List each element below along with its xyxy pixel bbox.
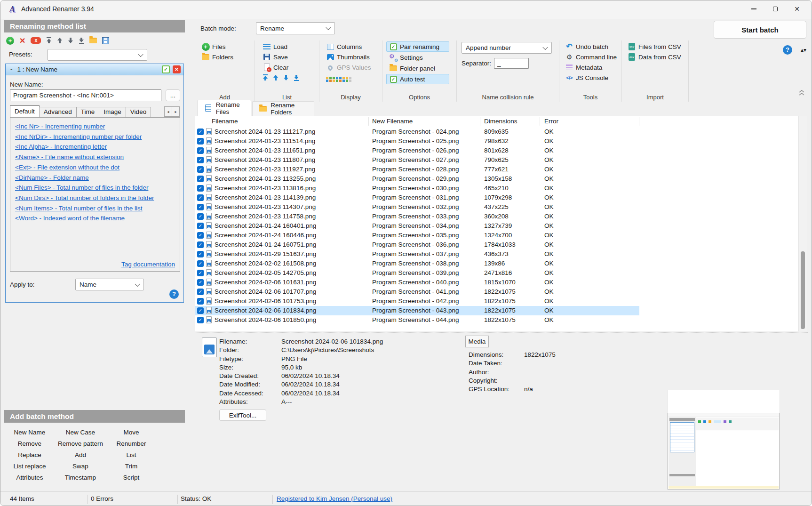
add-method-replace[interactable]: Replace — [4, 449, 55, 460]
tag-link[interactable]: <Num Files> - Total number of files in t… — [15, 183, 148, 193]
add-method-new-case[interactable]: New Case — [55, 426, 106, 438]
tag-link[interactable]: <Ext> - File extension without the dot — [15, 162, 119, 173]
registered-link[interactable]: Registered to Kim Jensen (Personal use) — [277, 495, 392, 502]
move-file-top-button[interactable] — [263, 74, 268, 82]
add-method-trim[interactable]: Trim — [106, 460, 157, 472]
add-folders-button[interactable]: Folders — [200, 52, 255, 62]
command-line-button[interactable]: ⚙Command line — [564, 52, 621, 62]
move-method-down-button[interactable] — [68, 37, 73, 44]
column-divider[interactable] — [480, 117, 480, 126]
row-checkbox[interactable]: ✓ — [197, 157, 204, 163]
row-checkbox[interactable]: ✓ — [197, 185, 204, 192]
row-checkbox[interactable]: ✓ — [197, 138, 204, 145]
table-row[interactable]: ✓Screenshot 2024-01-23 114307.pngProgram… — [195, 202, 639, 212]
tab-time[interactable]: Time — [76, 107, 100, 117]
table-row[interactable]: ✓Screenshot 2024-01-23 111927.pngProgram… — [195, 165, 639, 174]
add-files-button[interactable]: +Files — [200, 41, 255, 52]
add-method-timestamp[interactable]: Timestamp — [55, 472, 106, 483]
js-console-button[interactable]: </>JS Console — [564, 72, 621, 83]
row-checkbox[interactable]: ✓ — [197, 270, 204, 276]
row-checkbox[interactable]: ✓ — [197, 307, 204, 314]
help-button[interactable]: ? — [783, 45, 792, 55]
column-divider[interactable] — [639, 117, 639, 126]
table-row[interactable]: ✓Screenshot 2024-01-24 160446.pngProgram… — [195, 231, 639, 240]
tab-advanced[interactable]: Advanced — [39, 107, 77, 117]
batch-mode-select[interactable]: Rename — [256, 22, 335, 34]
media-tab[interactable]: Media — [465, 336, 489, 347]
files-from-csv-button[interactable]: csvFiles from CSV — [627, 41, 688, 52]
tag-link[interactable]: <Num Items> - Total number of files in t… — [15, 203, 143, 214]
presets-select[interactable] — [48, 49, 147, 61]
tag-link[interactable]: <DirName> - Folder name — [15, 173, 89, 183]
tag-link[interactable]: <Num Dirs> - Total number of folders in … — [15, 193, 154, 203]
table-row[interactable]: ✓Screenshot 2024-02-02 161508.pngProgram… — [195, 259, 639, 268]
add-method-add[interactable]: Add — [55, 449, 106, 460]
row-checkbox[interactable]: ✓ — [197, 241, 204, 248]
add-method-move[interactable]: Move — [106, 426, 157, 438]
clear-methods-button[interactable]: x — [31, 37, 41, 44]
tab-scroll-left-button[interactable]: ◂ — [164, 106, 172, 117]
load-list-button[interactable]: Load — [262, 41, 319, 52]
apply-to-select[interactable]: Name — [75, 279, 144, 290]
table-row[interactable]: ✓Screenshot 2024-01-23 111651.pngProgram… — [195, 146, 639, 155]
row-checkbox[interactable]: ✓ — [197, 194, 204, 201]
vertical-scrollbar[interactable] — [798, 116, 807, 331]
row-checkbox[interactable]: ✓ — [197, 213, 204, 220]
collision-rule-select[interactable]: Append number — [462, 42, 552, 54]
column-header-filename[interactable]: Filename — [212, 116, 238, 127]
row-checkbox[interactable]: ✓ — [197, 176, 204, 182]
tag-link[interactable]: <Word> - Indexed word of the filename — [15, 213, 125, 224]
move-method-up-button[interactable] — [57, 37, 63, 44]
move-method-bottom-button[interactable] — [79, 37, 84, 44]
save-list-button[interactable]: Save — [262, 52, 319, 62]
table-row[interactable]: ✓Screenshot 2024-01-24 160401.pngProgram… — [195, 221, 639, 231]
tab-rename-folders[interactable]: Rename Folders — [252, 101, 314, 116]
method-help-button[interactable]: ? — [169, 289, 179, 299]
view-mode-tiles-icon[interactable] — [333, 77, 335, 79]
column-divider[interactable] — [368, 117, 369, 126]
open-method-list-button[interactable] — [89, 38, 97, 43]
tag-link[interactable]: <Name> - File name without extension — [15, 152, 124, 162]
row-checkbox[interactable]: ✓ — [197, 298, 204, 305]
tab-scroll-right-button[interactable]: ▸ — [172, 106, 180, 117]
auto-test-toggle[interactable]: ✓Auto test — [386, 74, 449, 84]
add-method-swap[interactable]: Swap — [55, 460, 106, 472]
remove-method-button[interactable]: ✕ — [19, 36, 25, 45]
add-method-remove-pattern[interactable]: Remove pattern — [55, 438, 106, 449]
tab-image[interactable]: Image — [99, 107, 126, 117]
metadata-button[interactable]: Metadata — [564, 62, 621, 72]
table-row[interactable]: ✓Screenshot 2024-02-06 101753.pngProgram… — [195, 297, 639, 306]
table-row[interactable]: ✓Screenshot 2024-02-05 142705.pngProgram… — [195, 268, 639, 278]
column-header-new-filename[interactable]: New Filename — [372, 116, 413, 127]
row-checkbox[interactable]: ✓ — [197, 147, 204, 154]
table-row[interactable]: ✓Screenshot 2024-01-23 111807.pngProgram… — [195, 155, 639, 165]
close-button[interactable]: ✕ — [786, 1, 808, 16]
settings-button[interactable]: ⚙⚙Settings — [386, 52, 449, 63]
thumbnails-button[interactable]: Thumbnails — [325, 52, 382, 62]
row-checkbox[interactable]: ✓ — [197, 279, 204, 286]
tab-video[interactable]: Video — [126, 107, 151, 117]
method-collapse-toggle[interactable]: - — [10, 66, 13, 73]
tag-link[interactable]: <Inc NrDir> - Incrementing number per fo… — [15, 132, 142, 142]
method-titlebar[interactable]: - 1 : New Name ✓ ✕ — [6, 64, 183, 75]
folder-panel-button[interactable]: Folder panel — [386, 63, 449, 73]
browse-button[interactable]: ... — [166, 89, 180, 101]
row-checkbox[interactable]: ✓ — [197, 166, 204, 173]
row-checkbox[interactable]: ✓ — [197, 232, 204, 239]
data-from-csv-button[interactable]: csvData from CSV — [627, 52, 688, 62]
column-header-error[interactable]: Error — [544, 116, 558, 127]
row-checkbox[interactable]: ✓ — [197, 317, 204, 323]
save-method-list-button[interactable] — [102, 37, 109, 44]
add-method-button[interactable]: + — [6, 37, 14, 45]
help-dropdown-caret[interactable]: ▴︎▾ — [801, 47, 806, 53]
clear-list-button[interactable]: Clear — [262, 62, 319, 72]
row-checkbox[interactable]: ✓ — [197, 289, 204, 295]
table-row[interactable]: ✓Screenshot 2024-02-06 101834.pngProgram… — [195, 306, 639, 315]
add-method-attributes[interactable]: Attributes — [4, 472, 55, 483]
tag-link[interactable]: <Inc Nr> - Incrementing number — [15, 121, 105, 132]
table-row[interactable]: ✓Screenshot 2024-01-23 111217.pngProgram… — [195, 127, 639, 137]
tag-link[interactable]: <Inc Alpha> - Incrementing letter — [15, 142, 107, 152]
table-row[interactable]: ✓Screenshot 2024-01-29 151637.pngProgram… — [195, 249, 639, 259]
scrollbar-thumb[interactable] — [801, 251, 805, 329]
table-row[interactable]: ✓Screenshot 2024-01-23 114758.pngProgram… — [195, 212, 639, 221]
